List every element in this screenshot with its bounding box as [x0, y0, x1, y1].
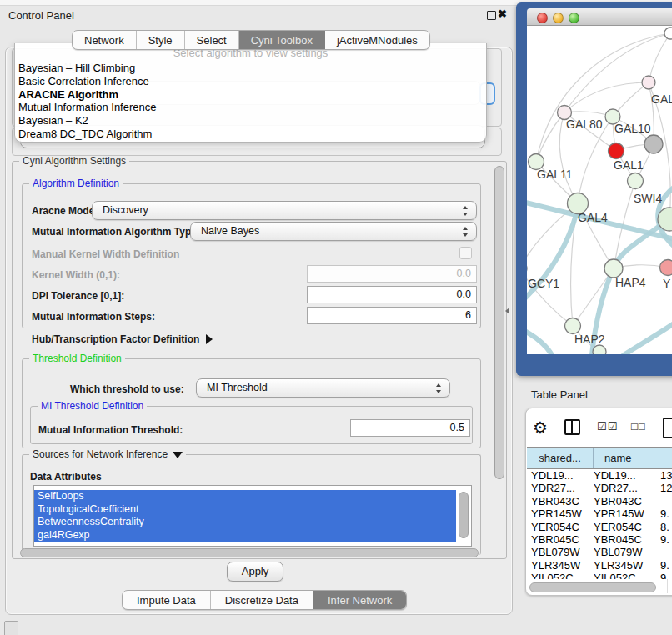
cell-value: 9.: [657, 508, 672, 520]
tab[interactable]: Infer Network: [313, 591, 406, 609]
algorithm-option[interactable]: ARACNE Algorithm: [18, 88, 484, 102]
data-attributes-list[interactable]: SelfLoopsTopologicalCoefficientBetweenne…: [33, 485, 472, 547]
cell-shared-name: YLR345W: [527, 559, 590, 572]
hub-definition-toggle[interactable]: Hub/Transcription Factor Definition: [32, 333, 213, 345]
cell-shared-name: YIL052C: [527, 572, 590, 579]
table-row[interactable]: YDR27... YDR27... 12: [527, 482, 672, 494]
table-row[interactable]: YIL052C YIL052C 9: [527, 572, 672, 579]
algorithm-option[interactable]: Basic Correlation Inference: [18, 75, 484, 88]
table-horizontal-scrollbar[interactable]: [529, 582, 656, 592]
cell-name: YDR27...: [590, 482, 657, 494]
document-icon[interactable]: [663, 418, 672, 438]
node-label: GAL4: [578, 211, 608, 224]
screen: Control Panel ✖ Network Style Select Cyn…: [0, 0, 672, 635]
settings-horizontal-scrollbar[interactable]: [20, 548, 479, 558]
gear-icon[interactable]: ⚙: [533, 419, 548, 436]
mi-threshold-field[interactable]: 0.5: [350, 419, 470, 437]
node-label: SWI4: [634, 192, 662, 205]
aracne-mode-combobox[interactable]: Discovery: [92, 201, 477, 220]
minimize-traffic-light-icon[interactable]: [553, 12, 564, 23]
table-row[interactable]: YBR043C YBR043C: [527, 495, 672, 508]
mi-steps-label: Mutual Information Steps:: [32, 311, 155, 322]
cell-name: YDL19...: [590, 469, 657, 482]
float-window-icon[interactable]: [487, 11, 496, 20]
columns-icon[interactable]: [564, 419, 580, 435]
tab[interactable]: Discretize Data: [211, 591, 313, 609]
node-label: HAP2: [574, 332, 605, 346]
sources-group-title[interactable]: Sources for Network Inference: [29, 448, 186, 460]
network-node[interactable]: [664, 28, 672, 39]
table-row[interactable]: YPR145W YPR145W 9.: [527, 508, 672, 520]
bottom-tabbar: Impute Data Discretize Data Infer Networ…: [122, 590, 407, 610]
tab-label: Style: [148, 34, 173, 47]
list-vertical-scrollbar[interactable]: [459, 492, 469, 538]
list-item[interactable]: SelfLoops: [34, 490, 456, 503]
algorithm-option[interactable]: Bayesian – Hill Climbing: [18, 62, 484, 75]
mi-type-combobox[interactable]: Naive Bayes: [190, 222, 477, 241]
list-item[interactable]: gal4RGexp: [34, 529, 456, 542]
table-row[interactable]: YBL079W YBL079W: [527, 546, 672, 558]
node-label: Y: [663, 277, 671, 290]
algorithm-dropdown-popup: Select algorithm to view settings Bayesi…: [14, 43, 487, 142]
network-node[interactable]: [660, 260, 672, 276]
table-header: shared...nameA: [527, 447, 672, 469]
algorithm-option[interactable]: Mutual Information Inference: [18, 101, 484, 114]
dpi-tolerance-field[interactable]: 0.0: [307, 286, 477, 303]
table-row[interactable]: YDL19... YDL19... 13: [527, 469, 672, 482]
tab-label: jActiveMNodules: [337, 34, 418, 47]
algorithm-option[interactable]: Dream8 DC_TDC Algorithm: [18, 128, 484, 141]
close-icon[interactable]: ✖: [498, 8, 507, 20]
node-label: GAL: [651, 92, 672, 106]
network-node[interactable]: [628, 173, 644, 189]
expand-arrow-icon: [206, 334, 213, 344]
cell-name: YBL079W: [590, 546, 657, 558]
zoom-traffic-light-icon[interactable]: [569, 12, 579, 23]
list-item[interactable]: BetweennessCentrality: [34, 516, 456, 529]
table-row[interactable]: YLR345W YLR345W 9.: [527, 559, 672, 572]
network-window-titlebar[interactable]: [527, 8, 672, 26]
table-row[interactable]: YBR045C YBR045C 9.: [527, 533, 672, 546]
which-threshold-label: Which threshold to use:: [70, 383, 184, 395]
column-header[interactable]: shared...: [527, 448, 594, 468]
kernel-width-label: Kernel Width (0,1):: [32, 269, 120, 281]
settings-vertical-scrollbar[interactable]: [494, 166, 504, 479]
network-node[interactable]: [593, 345, 606, 354]
mi-steps-field[interactable]: 6: [307, 307, 477, 324]
manual-kernel-checkbox[interactable]: [459, 247, 472, 259]
cell-value: 9: [657, 572, 672, 579]
node-label: GAL11: [537, 168, 573, 181]
cell-shared-name: YDR27...: [527, 482, 590, 494]
tab[interactable]: Cyni Toolbox: [239, 31, 325, 49]
network-view[interactable]: GALGAL80GAL10GAL1GAL11GAL4SWI4HAP4YGCY1H…: [527, 26, 672, 354]
network-node[interactable]: [642, 76, 655, 89]
select-all-checkboxes-icon[interactable]: ☑☑: [597, 420, 618, 432]
column-header[interactable]: name: [594, 448, 672, 468]
apply-button[interactable]: Apply: [227, 562, 283, 582]
cell-shared-name: YBR043C: [527, 495, 590, 508]
network-node[interactable]: [565, 318, 581, 334]
tab-label: Discretize Data: [225, 594, 298, 607]
which-threshold-value: MI Threshold: [207, 382, 268, 393]
algorithm-option[interactable]: Bayesian – K2: [18, 114, 484, 128]
table-rows: YDL19... YDL19... 13 YDR27... YDR27... 1…: [527, 469, 672, 579]
cell-value: [657, 495, 672, 508]
network-node[interactable]: [604, 259, 623, 278]
table-row[interactable]: YER054C YER054C 8.: [527, 521, 672, 533]
tab[interactable]: Select: [185, 31, 239, 49]
deselect-all-checkboxes-icon[interactable]: □□: [631, 420, 646, 432]
tab[interactable]: Style: [137, 31, 185, 49]
tab[interactable]: Network: [73, 31, 137, 49]
network-node[interactable]: [644, 135, 663, 153]
tab[interactable]: Impute Data: [123, 591, 211, 609]
tab[interactable]: jActiveMNodules: [325, 31, 429, 49]
close-traffic-light-icon[interactable]: [537, 12, 548, 23]
splitter-collapse-icon[interactable]: [505, 308, 509, 314]
list-item[interactable]: TopologicalCoefficient: [34, 503, 456, 517]
node-label: GCY1: [528, 277, 559, 290]
network-node[interactable]: [609, 143, 624, 159]
attr-items: SelfLoopsTopologicalCoefficientBetweenne…: [34, 490, 471, 542]
kernel-width-field[interactable]: 0.0: [307, 265, 477, 282]
tab-label: Impute Data: [137, 594, 196, 607]
collapsed-panel-button[interactable]: [4, 621, 18, 635]
which-threshold-combobox[interactable]: MI Threshold: [196, 378, 450, 398]
